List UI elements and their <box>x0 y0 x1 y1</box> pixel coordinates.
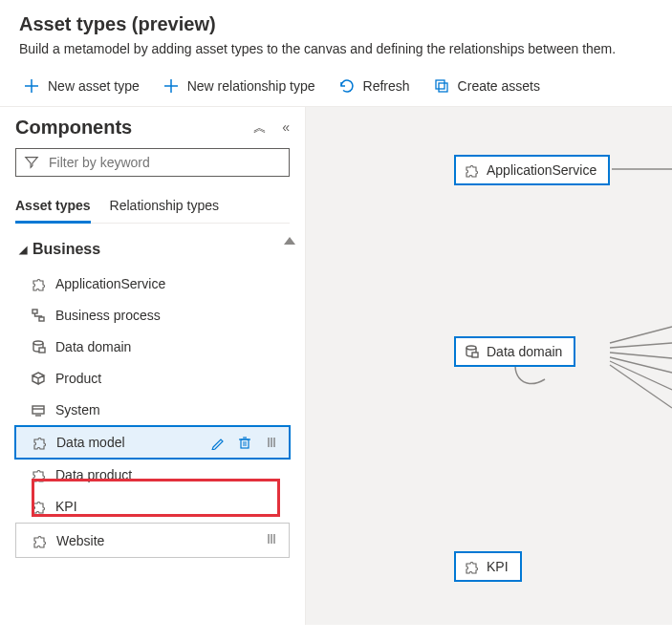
command-bar: New asset type New relationship type Ref… <box>0 66 672 107</box>
component-tabs: Asset types Relationship types <box>15 192 290 224</box>
plus-icon <box>23 77 40 95</box>
create-assets-button[interactable]: Create assets <box>429 72 544 100</box>
tree-item-label: System <box>55 402 100 417</box>
flow-icon <box>31 308 46 323</box>
tree-item-business-process[interactable]: Business process <box>15 300 290 331</box>
refresh-label: Refresh <box>363 78 410 94</box>
tree-item-product[interactable]: Product <box>15 363 290 394</box>
collapse-left-icon[interactable]: « <box>282 119 290 137</box>
canvas-node-label: ApplicationService <box>487 162 596 178</box>
tree-item-label: Data domain <box>55 339 131 354</box>
delete-icon[interactable] <box>237 435 252 450</box>
copy-icon <box>433 77 450 95</box>
new-asset-type-button[interactable]: New asset type <box>19 72 143 100</box>
tree-item-label: Product <box>55 371 101 386</box>
svg-line-20 <box>610 327 672 343</box>
page-title: Asset types (preview) <box>19 13 653 35</box>
tab-asset-types[interactable]: Asset types <box>15 192 91 223</box>
tree-item-label: KPI <box>55 499 77 514</box>
tree-category-label: Business <box>33 241 100 258</box>
canvas-node-data-domain[interactable]: Data domain <box>454 336 575 367</box>
caret-down-icon: ◢ <box>19 244 27 256</box>
scroll-up-indicator[interactable] <box>284 237 295 245</box>
canvas-node-applicationservice[interactable]: ApplicationService <box>454 155 610 185</box>
tree-item-applicationservice[interactable]: ApplicationService <box>15 268 290 299</box>
canvas[interactable]: ApplicationServiceData domainKPI Has <box>306 107 672 625</box>
tab-relationship-types[interactable]: Relationship types <box>110 192 219 223</box>
puzzle-icon <box>31 499 46 514</box>
new-relationship-type-label: New relationship type <box>187 78 315 94</box>
puzzle-icon <box>31 276 46 291</box>
puzzle-icon <box>464 559 479 574</box>
tree-item-label: Business process <box>55 308 161 323</box>
puzzle-icon <box>32 533 47 548</box>
puzzle-icon <box>464 162 479 178</box>
new-relationship-type-button[interactable]: New relationship type <box>159 72 319 100</box>
tree-item-kpi[interactable]: KPI <box>15 491 290 522</box>
tree-item-label: ApplicationService <box>55 276 165 291</box>
filter-input[interactable] <box>47 154 281 171</box>
collapse-up-icon[interactable]: ︽ <box>253 119 267 137</box>
filter-box[interactable] <box>15 148 290 177</box>
asset-type-tree: ◢ Business ApplicationServiceBusiness pr… <box>15 237 290 558</box>
edit-icon[interactable] <box>210 435 226 450</box>
tree-item-data-domain[interactable]: Data domain <box>15 332 290 362</box>
plus-icon <box>163 77 180 95</box>
new-asset-type-label: New asset type <box>48 78 140 94</box>
create-assets-label: Create assets <box>458 78 540 94</box>
cube-icon <box>31 371 46 386</box>
components-title: Components <box>15 117 132 139</box>
refresh-icon <box>338 77 356 95</box>
canvas-node-kpi[interactable]: KPI <box>454 551 522 582</box>
system-icon <box>31 402 46 417</box>
tree-item-data-product[interactable]: Data product <box>15 460 290 490</box>
canvas-node-label: KPI <box>487 559 509 574</box>
svg-line-22 <box>610 353 672 358</box>
tree-item-label: Data model <box>56 435 125 450</box>
svg-line-25 <box>610 365 672 408</box>
canvas-node-label: Data domain <box>487 344 562 359</box>
tree-category-business[interactable]: ◢ Business <box>15 237 290 268</box>
puzzle-icon <box>32 435 47 450</box>
domain-icon <box>464 344 479 359</box>
drag-handle-icon[interactable] <box>264 435 279 450</box>
refresh-button[interactable]: Refresh <box>335 72 414 100</box>
components-panel: Components ︽ « Asset types Relationship … <box>0 107 306 625</box>
tree-item-system[interactable]: System <box>15 395 290 425</box>
filter-icon <box>24 155 39 170</box>
page-subtitle: Build a metamodel by adding asset types … <box>19 41 653 56</box>
tree-item-label: Website <box>56 533 104 548</box>
puzzle-icon <box>31 467 46 482</box>
domain-icon <box>31 339 46 354</box>
tree-item-label: Data product <box>55 467 132 482</box>
svg-line-21 <box>610 343 672 348</box>
tree-item-data-model[interactable]: Data model <box>15 426 290 459</box>
tree-item-website[interactable]: Website <box>15 523 290 558</box>
drag-handle-icon[interactable] <box>264 531 279 549</box>
